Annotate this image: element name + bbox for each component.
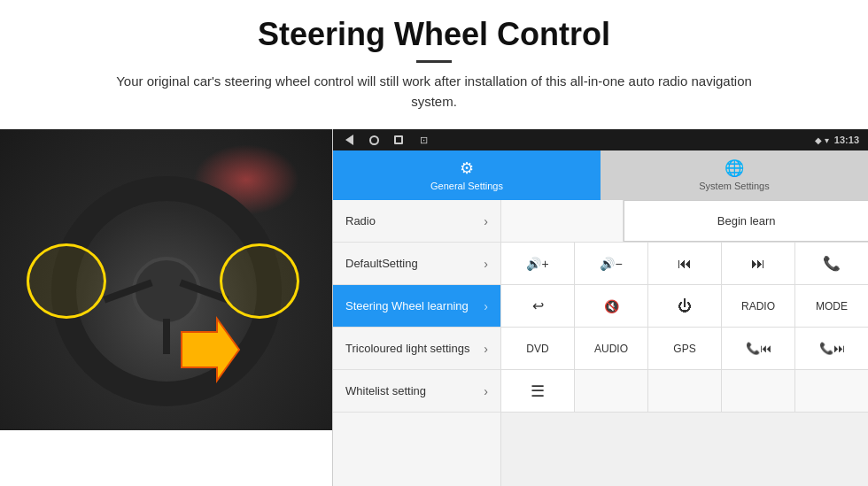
dvd-button[interactable]: DVD — [501, 328, 575, 369]
callout-right — [220, 243, 299, 319]
mode-label: MODE — [816, 300, 848, 312]
clock: 13:13 — [834, 135, 859, 145]
audio-button[interactable]: AUDIO — [575, 328, 648, 369]
begin-learn-button[interactable]: Begin learn — [624, 200, 868, 242]
tab-general-label: General Settings — [430, 181, 503, 191]
general-settings-icon: ⚙ — [460, 158, 474, 178]
menu-item-radio[interactable]: Radio › — [333, 200, 500, 243]
prev-track-icon: ⏮ — [678, 256, 692, 272]
menu-item-steering[interactable]: Steering Wheel learning › — [333, 285, 500, 328]
vol-down-button[interactable]: 🔊− — [575, 243, 648, 284]
arrow-overlay — [173, 314, 244, 385]
grid-row-5: ☰ — [501, 370, 868, 413]
gps-label: GPS — [673, 343, 695, 355]
tab-bar: ⚙ General Settings 🌐 System Settings — [333, 150, 868, 200]
phone-icon: 📞 — [823, 255, 841, 272]
menu-button[interactable]: ☰ — [501, 370, 575, 412]
menu-item-tricoloured[interactable]: Tricoloured light settings › — [333, 328, 500, 370]
arrow-icon — [173, 314, 244, 385]
vol-up-button[interactable]: 🔊+ — [501, 243, 575, 284]
power-icon: ⏻ — [678, 298, 692, 314]
tel-next-button[interactable]: 📞⏭ — [795, 328, 868, 369]
empty-cell-5 — [795, 370, 868, 412]
gps-button[interactable]: GPS — [648, 328, 722, 369]
tab-general[interactable]: ⚙ General Settings — [333, 150, 601, 200]
screenshot-button[interactable] — [416, 133, 430, 147]
vol-down-icon: 🔊− — [600, 257, 622, 271]
status-bar-right: ◆ ▾ 13:13 — [815, 135, 859, 145]
back-button[interactable]: ↩ — [501, 285, 575, 327]
tab-system[interactable]: 🌐 System Settings — [601, 150, 868, 200]
begin-learn-label: Begin learn — [717, 214, 776, 228]
back-nav-button[interactable] — [342, 133, 356, 147]
content-area: ◆ ▾ 13:13 ⚙ General Settings 🌐 System Se… — [0, 129, 868, 486]
signal-icon: ◆ ▾ — [815, 135, 829, 145]
chevron-default-icon: › — [484, 257, 488, 271]
tel-prev-button[interactable]: 📞⏮ — [722, 328, 795, 369]
button-grid: Begin learn 🔊+ 🔊− ⏮ — [501, 200, 868, 486]
grid-row-3: ↩ 🔇 ⏻ RADIO MODE — [501, 285, 868, 328]
recents-square-icon — [394, 135, 403, 144]
tab-system-label: System Settings — [699, 181, 769, 191]
chevron-tricoloured-icon: › — [484, 342, 488, 356]
menu-item-whitelist[interactable]: Whitelist setting › — [333, 370, 500, 413]
phone-button[interactable]: 📞 — [795, 243, 868, 284]
status-bar-left — [342, 133, 430, 147]
menu-tricoloured-label: Tricoloured light settings — [345, 342, 469, 355]
dvd-label: DVD — [526, 343, 548, 355]
empty-cell-2 — [575, 370, 648, 412]
chevron-radio-icon: › — [484, 214, 488, 228]
main-content: Radio › DefaultSetting › Steering Wheel … — [333, 200, 868, 486]
empty-cell-3 — [648, 370, 722, 412]
system-settings-icon: 🌐 — [725, 158, 744, 178]
android-panel: ◆ ▾ 13:13 ⚙ General Settings 🌐 System Se… — [332, 129, 868, 486]
chevron-whitelist-icon: › — [484, 384, 488, 398]
grid-row-1: Begin learn — [501, 200, 868, 243]
tel-prev-icon: 📞⏮ — [746, 342, 771, 355]
menu-item-default[interactable]: DefaultSetting › — [333, 243, 500, 285]
svg-marker-0 — [182, 319, 239, 381]
callout-left — [27, 243, 106, 319]
grid-row-2: 🔊+ 🔊− ⏮ ⏭ 📞 — [501, 243, 868, 285]
radio-label: RADIO — [741, 300, 775, 312]
home-circle-icon — [369, 135, 379, 145]
title-divider — [416, 60, 452, 63]
power-button[interactable]: ⏻ — [648, 285, 722, 327]
menu-default-label: DefaultSetting — [345, 257, 418, 270]
mute-icon: 🔇 — [604, 299, 619, 313]
radio-button[interactable]: RADIO — [722, 285, 795, 327]
spoke-bottom — [163, 319, 170, 355]
mode-button[interactable]: MODE — [795, 285, 868, 327]
steering-wheel-image — [0, 129, 332, 430]
header-section: Steering Wheel Control Your original car… — [0, 0, 868, 120]
back-triangle-icon — [345, 135, 353, 145]
empty-cell-1 — [501, 200, 624, 242]
mute-button[interactable]: 🔇 — [575, 285, 648, 327]
next-track-icon: ⏭ — [751, 256, 765, 272]
chevron-steering-icon: › — [484, 299, 488, 313]
menu-icon: ☰ — [531, 382, 545, 401]
screenshot-icon — [418, 135, 429, 145]
vol-up-icon: 🔊+ — [526, 257, 548, 271]
subtitle: Your original car's steering wheel contr… — [115, 72, 753, 112]
menu-steering-label: Steering Wheel learning — [345, 299, 469, 312]
spoke-left — [103, 279, 152, 303]
home-nav-button[interactable] — [367, 133, 381, 147]
menu-list: Radio › DefaultSetting › Steering Wheel … — [333, 200, 501, 486]
grid-row-4: DVD AUDIO GPS 📞⏮ 📞⏭ — [501, 328, 868, 370]
next-track-button[interactable]: ⏭ — [722, 243, 795, 284]
recents-nav-button[interactable] — [391, 133, 406, 147]
audio-label: AUDIO — [594, 343, 628, 355]
menu-radio-label: Radio — [345, 214, 376, 228]
menu-whitelist-label: Whitelist setting — [345, 384, 426, 397]
status-bar: ◆ ▾ 13:13 — [333, 129, 868, 150]
prev-track-button[interactable]: ⏮ — [648, 243, 722, 284]
empty-cell-4 — [722, 370, 795, 412]
page-title: Steering Wheel Control — [35, 16, 833, 53]
back-arrow-icon: ↩ — [532, 297, 544, 314]
tel-next-icon: 📞⏭ — [819, 342, 845, 355]
